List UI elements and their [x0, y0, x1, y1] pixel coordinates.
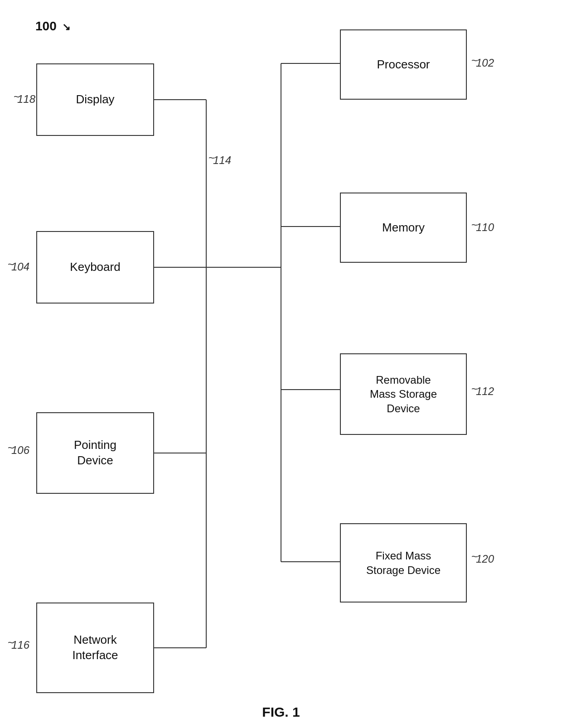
keyboard-node: Keyboard — [36, 231, 154, 304]
network-interface-label: Network Interface — [72, 632, 118, 663]
figure-label: FIG. 1 — [227, 704, 335, 720]
display-node: Display — [36, 63, 154, 136]
removable-storage-label: Removable Mass Storage Device — [370, 373, 437, 415]
memory-label: Memory — [382, 220, 425, 236]
diagram-number: 100 ↘ — [35, 19, 70, 34]
bus-ref-label: 114 — [213, 154, 231, 167]
display-label: Display — [76, 92, 114, 107]
processor-node: Processor — [340, 29, 467, 100]
removable-storage-ref: 112 — [476, 385, 494, 398]
keyboard-label: Keyboard — [70, 260, 120, 275]
pointing-device-node: Pointing Device — [36, 412, 154, 494]
processor-label: Processor — [377, 57, 430, 72]
network-interface-node: Network Interface — [36, 603, 154, 693]
fixed-storage-label: Fixed Mass Storage Device — [366, 549, 441, 577]
processor-ref: 102 — [476, 57, 494, 69]
pointing-device-label: Pointing Device — [74, 438, 116, 468]
fixed-storage-node: Fixed Mass Storage Device — [340, 523, 467, 603]
memory-ref: 110 — [476, 221, 494, 234]
fixed-storage-ref: 120 — [476, 553, 494, 565]
removable-storage-node: Removable Mass Storage Device — [340, 353, 467, 435]
memory-node: Memory — [340, 193, 467, 263]
